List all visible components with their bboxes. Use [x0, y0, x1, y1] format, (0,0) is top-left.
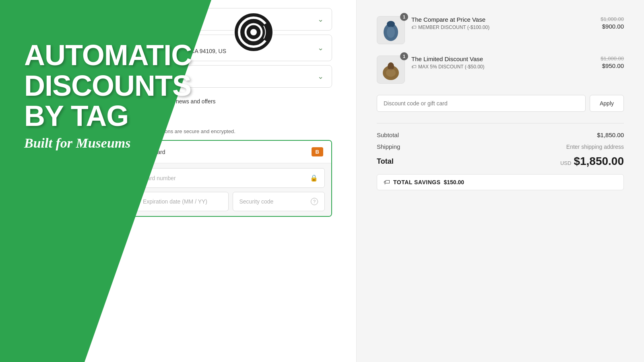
- shipping-label-summary: Shipping: [377, 143, 400, 150]
- card-number-field[interactable]: Card number 🔒: [136, 168, 325, 188]
- credit-card-header[interactable]: Credit card B: [130, 141, 331, 163]
- payment-title: Payment: [129, 117, 332, 127]
- discount-input[interactable]: [377, 95, 586, 112]
- svg-point-6: [387, 27, 395, 38]
- contact-label: Contact: [137, 16, 157, 23]
- delivery-chevron-icon: ⌄: [318, 43, 324, 52]
- savings-label: TOTAL SAVINGS: [393, 179, 440, 185]
- contact-chevron-icon: ⌄: [318, 15, 324, 24]
- delivery-label: Delivery: [137, 41, 226, 48]
- grand-total-label: Total: [377, 157, 394, 166]
- item-discount-tag: 🏷 MEMBER DISCOUNT (-$100.00): [411, 25, 594, 30]
- svg-point-5: [387, 21, 395, 27]
- order-item: 1 The Limited Discount Vase 🏷 MAX 5% DIS…: [377, 56, 624, 84]
- payment-subtitle: 🔒 All transactions are secure and encryp…: [129, 128, 332, 134]
- card-fields: Card number 🔒 Expiration date (MM / YY) …: [130, 163, 331, 216]
- hero-logo: [233, 12, 282, 60]
- contact-row[interactable]: Contact ⌄: [129, 8, 332, 31]
- savings-row: 🏷 TOTAL SAVINGS $150.00: [377, 174, 624, 190]
- item-original-price: $1,000.00: [601, 16, 624, 22]
- grand-total-value: USD $1,850.00: [560, 155, 624, 168]
- email-opt-in-row: Email me with news and offers: [129, 92, 332, 111]
- shipping-row-summary: Shipping Enter shipping address: [377, 143, 624, 150]
- order-totals: Subtotal $1,850.00 Shipping Enter shippi…: [377, 123, 624, 190]
- currency-label: USD: [560, 160, 571, 166]
- checkout-panel: Contact ⌄ Delivery ...eet, San Francisco…: [0, 0, 356, 362]
- help-icon[interactable]: ?: [311, 198, 318, 205]
- item-quantity-badge: 1: [400, 52, 408, 60]
- card-number-placeholder: Card number: [143, 175, 176, 181]
- item-image-wrapper: 1: [377, 56, 405, 84]
- item-name: The Compare at Price Vase: [411, 16, 594, 23]
- savings-amount: $150.00: [444, 179, 464, 185]
- tag-icon: 🏷: [411, 25, 416, 30]
- shipping-value: Free: [137, 73, 149, 80]
- lock-icon: 🔒: [310, 174, 318, 182]
- subtotal-label: Subtotal: [377, 132, 399, 138]
- order-summary: 1 The Compare at Price Vase 🏷 MEMBER DIS…: [356, 0, 644, 362]
- security-field[interactable]: Security code ?: [233, 192, 325, 211]
- shipping-row[interactable]: Free ⌄: [129, 65, 332, 88]
- main-container: Contact ⌄ Delivery ...eet, San Francisco…: [0, 0, 644, 362]
- payment-section: Payment 🔒 All transactions are secure an…: [129, 117, 332, 217]
- grand-total-row: Total USD $1,850.00: [377, 155, 624, 168]
- discount-input-row: Apply: [377, 95, 624, 112]
- grand-total-amount: $1,850.00: [574, 155, 624, 168]
- item-final-price: $950.00: [601, 62, 624, 69]
- shipping-chevron-icon: ⌄: [318, 72, 324, 81]
- item-pricing: $1,000.00 $900.00: [601, 16, 624, 30]
- item-name: The Limited Discount Vase: [411, 56, 594, 62]
- expiry-field[interactable]: Expiration date (MM / YY): [136, 192, 229, 211]
- credit-card-option: Credit card B Card number 🔒 Expiration d…: [129, 140, 332, 217]
- subtotal-row: Subtotal $1,850.00: [377, 132, 624, 138]
- email-opt-in-label: Email me with news and offers: [139, 98, 216, 105]
- item-pricing: $1,000.00 $950.00: [601, 56, 624, 69]
- delivery-row[interactable]: Delivery ...eet, San Francisco CA 94109,…: [129, 35, 332, 61]
- address-text: ...eet, San Francisco CA 94109, US: [137, 48, 226, 54]
- savings-tag-icon: 🏷: [384, 179, 390, 186]
- credit-card-label: Credit card: [138, 149, 165, 155]
- card-bottom-row: Expiration date (MM / YY) Security code …: [136, 192, 325, 211]
- lock-small-icon: 🔒: [129, 128, 135, 134]
- brand-badge: B: [312, 147, 323, 156]
- item-quantity-badge: 1: [400, 13, 408, 21]
- item-discount-tag: 🏷 MAX 5% DISCOUNT (-$50.00): [411, 64, 594, 70]
- svg-point-3: [250, 29, 257, 35]
- tag-icon: 🏷: [411, 64, 416, 70]
- discount-tag-text: MAX 5% DISCOUNT (-$50.00): [418, 64, 485, 70]
- security-placeholder: Security code: [239, 198, 274, 205]
- order-item: 1 The Compare at Price Vase 🏷 MEMBER DIS…: [377, 16, 624, 44]
- item-image-wrapper: 1: [377, 16, 405, 44]
- item-details: The Compare at Price Vase 🏷 MEMBER DISCO…: [411, 16, 594, 30]
- svg-point-9: [386, 69, 396, 77]
- item-image: [377, 56, 405, 84]
- email-checkbox[interactable]: [129, 98, 135, 105]
- item-details: The Limited Discount Vase 🏷 MAX 5% DISCO…: [411, 56, 594, 70]
- item-original-price: $1,000.00: [601, 56, 624, 62]
- item-final-price: $900.00: [601, 23, 624, 30]
- expiry-placeholder: Expiration date (MM / YY): [143, 198, 207, 205]
- item-image: [377, 16, 405, 44]
- apply-button[interactable]: Apply: [590, 95, 624, 112]
- shipping-value-summary: Enter shipping address: [566, 144, 624, 150]
- discount-tag-text: MEMBER DISCOUNT (-$100.00): [418, 25, 489, 30]
- subtotal-value: $1,850.00: [597, 132, 624, 138]
